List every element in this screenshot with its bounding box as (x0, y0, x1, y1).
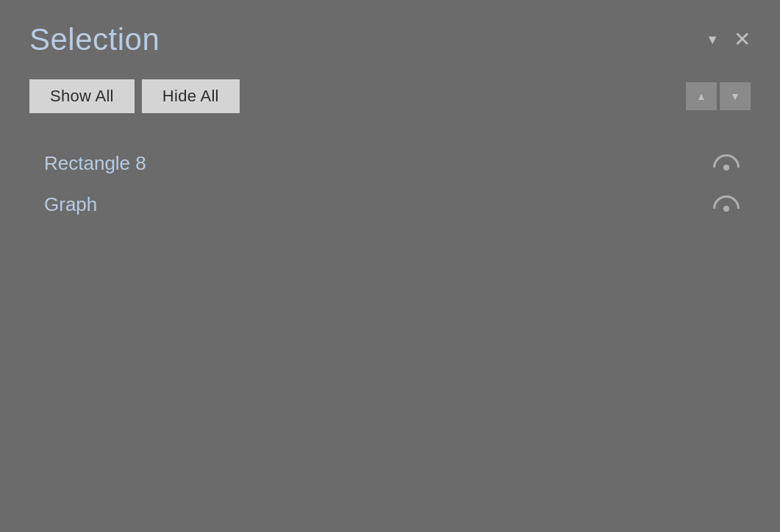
header-controls: ▼ ✕ (706, 29, 751, 50)
button-group: Show All Hide All (29, 79, 240, 113)
eye-icon-graph (712, 194, 740, 215)
nav-buttons: ▲ ▼ (686, 82, 751, 110)
list-item: Rectangle 8 (44, 143, 751, 184)
list-item: Graph (44, 184, 751, 225)
hide-all-button[interactable]: Hide All (142, 79, 240, 113)
dropdown-arrow-icon[interactable]: ▼ (706, 32, 719, 48)
toolbar: Show All Hide All ▲ ▼ (29, 79, 751, 113)
show-all-button[interactable]: Show All (29, 79, 135, 113)
eye-icon-rectangle8 (712, 153, 740, 173)
close-button[interactable]: ✕ (734, 29, 751, 50)
nav-down-button[interactable]: ▼ (720, 82, 751, 110)
item-name-graph: Graph (44, 193, 97, 216)
item-list: Rectangle 8 Graph (29, 143, 751, 225)
panel-header: Selection ▼ ✕ (29, 22, 751, 57)
selection-panel: Selection ▼ ✕ Show All Hide All ▲ ▼ Rect… (0, 0, 780, 532)
visibility-toggle-rectangle8[interactable] (709, 148, 743, 178)
visibility-toggle-graph[interactable] (709, 190, 743, 219)
panel-title: Selection (29, 22, 160, 57)
item-name-rectangle8: Rectangle 8 (44, 152, 146, 175)
nav-up-button[interactable]: ▲ (686, 82, 717, 110)
